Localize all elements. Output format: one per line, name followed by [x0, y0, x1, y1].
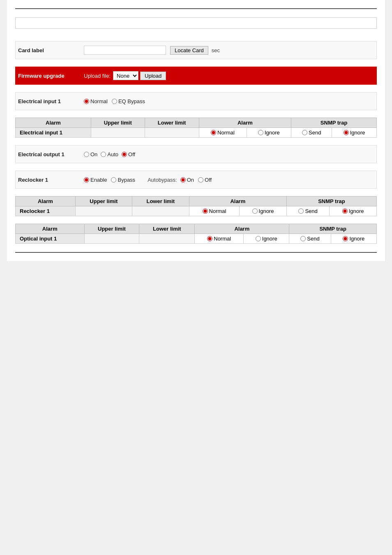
locate-card-button[interactable]: Locate Card: [170, 46, 208, 55]
snmp-ignore-cell-ei1: Ignore: [332, 128, 377, 138]
upper-limit-cell-rk1: [75, 206, 132, 216]
alarm-col-header: Alarm: [16, 118, 91, 128]
electrical-output1-off-radio[interactable]: [122, 152, 127, 157]
snmp-ignore-radio-oi1[interactable]: [343, 236, 348, 241]
alarm-table-reclocker1: Alarm Upper limit Lower limit Alarm SNMP…: [15, 196, 377, 216]
autobypass-on-label: On: [187, 177, 194, 183]
snmp-send-radio-ei1[interactable]: [302, 130, 307, 135]
autobypass-on-option[interactable]: On: [180, 177, 194, 183]
reclocker1-enable-option[interactable]: Enable: [84, 177, 107, 183]
snmp-ignore-option-rk1[interactable]: Ignore: [334, 208, 372, 214]
alarm-table-optical-input1: Alarm Upper limit Lower limit Alarm SNMP…: [15, 224, 377, 244]
alarm-ignore-cell-ei1: Ignore: [247, 128, 291, 138]
electrical-output1-off-label: Off: [128, 151, 135, 157]
alarm-normal-cell-rk1: Normal: [189, 206, 239, 216]
alarm-normal-label-rk1: Normal: [209, 208, 226, 214]
electrical-output1-auto-option[interactable]: Auto: [101, 151, 118, 157]
autobypass-label: Autobypass:: [148, 177, 177, 183]
optical-input1-row-label: Optical input 1: [16, 234, 85, 244]
electrical-input1-normal-option[interactable]: Normal: [84, 98, 108, 104]
bottom-divider: [15, 252, 377, 253]
alarm-normal-radio-ei1[interactable]: [211, 130, 216, 135]
snmp-ignore-cell-rk1: Ignore: [330, 206, 377, 216]
snmp-send-cell-oi1: Send: [289, 234, 331, 244]
electrical-output1-auto-radio[interactable]: [101, 152, 106, 157]
upper-limit-col-header: Upper limit: [91, 118, 145, 128]
alarm-status-col-header-oi1: Alarm: [195, 224, 289, 234]
autobypass-off-radio[interactable]: [198, 177, 203, 183]
snmp-send-label-rk1: Send: [305, 208, 317, 214]
electrical-input1-row-label: Electrical input 1: [16, 128, 91, 138]
card-label-input[interactable]: [84, 46, 166, 55]
electrical-output1-off-option[interactable]: Off: [122, 151, 135, 157]
alarm-normal-option-ei1[interactable]: Normal: [203, 130, 242, 136]
alarm-ignore-radio-rk1[interactable]: [252, 208, 258, 214]
lower-limit-cell-ei1: [145, 128, 199, 138]
reclocker1-bypass-option[interactable]: Bypass: [111, 177, 135, 183]
reclocker1-enable-radio[interactable]: [84, 177, 89, 183]
card-label-label: Card label: [18, 47, 84, 53]
alarm-status-col-header-rk1: Alarm: [189, 197, 286, 206]
electrical-input1-label: Electrical input 1: [18, 98, 84, 104]
snmp-send-cell-rk1: Send: [286, 206, 330, 216]
electrical-output1-on-option[interactable]: On: [84, 151, 97, 157]
reclocker1-autobypass-radio-group: On Off: [180, 177, 212, 183]
snmp-ignore-label-oi1: Ignore: [349, 236, 364, 242]
top-divider: [15, 8, 377, 9]
snmp-send-option-rk1[interactable]: Send: [291, 208, 325, 214]
snmp-ignore-option-ei1[interactable]: Ignore: [336, 130, 372, 136]
electrical-input1-radio-group: Normal EQ Bypass: [84, 98, 145, 104]
firmware-upgrade-label: Firmware upgrade: [18, 73, 84, 79]
snmp-ignore-label-rk1: Ignore: [349, 208, 364, 214]
alarm-normal-option-oi1[interactable]: Normal: [199, 236, 239, 242]
reclocker1-label: Reclocker 1: [18, 177, 84, 183]
electrical-input1-normal-radio[interactable]: [84, 99, 89, 104]
snmp-ignore-radio-rk1[interactable]: [342, 208, 348, 214]
electrical-input1-eq-bypass-label: EQ Bypass: [118, 98, 145, 104]
upload-file-select[interactable]: None: [113, 71, 138, 80]
snmp-trap-col-header-rk1: SNMP trap: [286, 197, 376, 206]
upper-limit-cell-ei1: [91, 128, 145, 138]
electrical-input1-section: Electrical input 1 Normal EQ Bypass: [15, 92, 377, 110]
upload-button[interactable]: Upload: [140, 72, 166, 80]
alarm-col-header-rk1: Alarm: [16, 197, 76, 206]
snmp-send-radio-rk1[interactable]: [298, 208, 304, 214]
autobypass-off-label: Off: [205, 177, 212, 183]
alarm-normal-radio-rk1[interactable]: [203, 208, 208, 214]
snmp-trap-col-header-oi1: SNMP trap: [289, 224, 377, 234]
lower-limit-cell-oi1: [139, 234, 195, 244]
alarm-ignore-option-ei1[interactable]: Ignore: [251, 130, 287, 136]
reclocker1-bypass-radio[interactable]: [111, 177, 116, 183]
card-label-section: Card label Locate Card sec: [15, 41, 377, 59]
alarm-normal-option-rk1[interactable]: Normal: [194, 208, 235, 214]
snmp-send-option-oi1[interactable]: Send: [293, 236, 326, 242]
upper-limit-col-header-oi1: Upper limit: [84, 224, 139, 234]
reclocker1-alarm-row: Reclocker 1 Normal Ignore: [16, 206, 377, 216]
autobypass-off-option[interactable]: Off: [198, 177, 212, 183]
alarm-status-col-header: Alarm: [199, 118, 291, 128]
electrical-input1-alarm-row: Electrical input 1 Normal Ignore: [16, 128, 377, 138]
electrical-input1-eq-bypass-radio[interactable]: [112, 99, 117, 104]
upper-limit-col-header-rk1: Upper limit: [75, 197, 132, 206]
autobypass-on-radio[interactable]: [180, 177, 186, 183]
top-search-bar[interactable]: [15, 17, 377, 29]
alarm-ignore-radio-oi1[interactable]: [256, 236, 261, 241]
upper-limit-cell-oi1: [84, 234, 139, 244]
alarm-ignore-label-oi1: Ignore: [262, 236, 277, 242]
alarm-normal-radio-oi1[interactable]: [207, 236, 212, 241]
alarm-ignore-option-rk1[interactable]: Ignore: [244, 208, 282, 214]
electrical-output1-on-radio[interactable]: [84, 152, 89, 157]
alarm-ignore-radio-ei1[interactable]: [258, 130, 263, 135]
snmp-ignore-radio-ei1[interactable]: [344, 130, 349, 135]
snmp-ignore-label-ei1: Ignore: [350, 130, 365, 136]
snmp-trap-col-header: SNMP trap: [291, 118, 377, 128]
alarm-ignore-option-oi1[interactable]: Ignore: [248, 236, 285, 242]
electrical-output1-auto-label: Auto: [107, 151, 118, 157]
electrical-input1-eq-bypass-option[interactable]: EQ Bypass: [112, 98, 145, 104]
snmp-send-option-ei1[interactable]: Send: [295, 130, 327, 136]
electrical-output1-label: Electrical output 1: [18, 151, 84, 157]
snmp-send-radio-oi1[interactable]: [300, 236, 306, 241]
firmware-upgrade-section: Firmware upgrade Upload file: None Uploa…: [15, 67, 377, 85]
snmp-ignore-option-oi1[interactable]: Ignore: [335, 236, 372, 242]
alarm-table-electrical-input1: Alarm Upper limit Lower limit Alarm SNMP…: [15, 118, 377, 138]
